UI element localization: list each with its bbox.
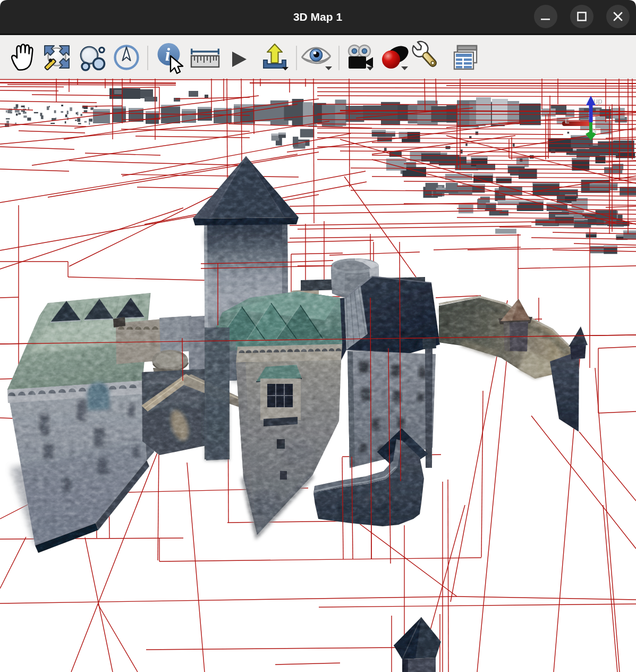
svg-text:i: i [165, 45, 171, 64]
svg-text:E: E [565, 117, 570, 125]
svg-text:3D Map 1: 3D Map 1 [293, 11, 343, 23]
svg-text:N: N [592, 127, 597, 135]
svg-text:up: up [593, 96, 603, 105]
